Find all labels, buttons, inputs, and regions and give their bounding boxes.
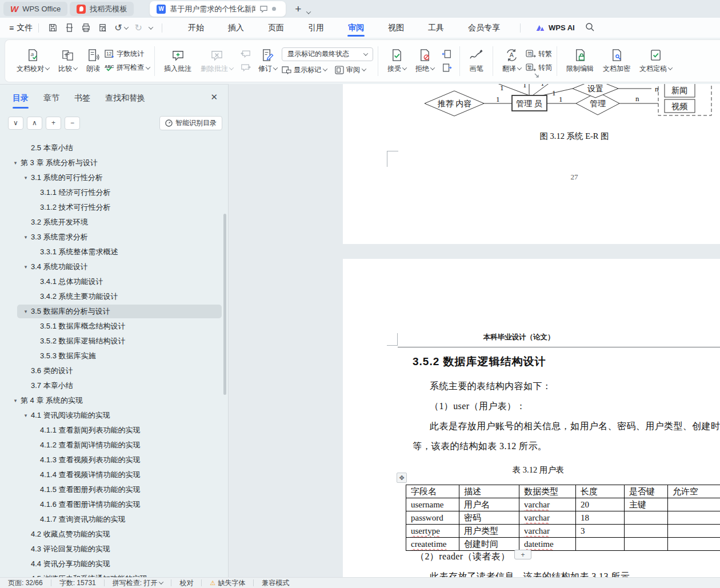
table-cell[interactable]: varchar — [519, 525, 576, 538]
reject-button[interactable]: 拒绝 — [411, 49, 439, 74]
table-move-handle-icon[interactable]: ✥ — [397, 473, 407, 483]
next-change-icon[interactable] — [442, 63, 452, 72]
proofread-button[interactable]: 校对 — [171, 578, 201, 588]
save-button[interactable] — [48, 23, 58, 33]
toc-item[interactable]: 3.5.3 数据库实施 — [0, 349, 228, 363]
table-cell[interactable]: 主键 — [625, 498, 668, 511]
toc-item[interactable]: ▾3.5 数据库的分析与设计 — [0, 304, 228, 319]
menu-tab-引用[interactable]: 引用 — [307, 18, 325, 38]
toc-item[interactable]: ▾4.1 资讯阅读功能的实现 — [0, 408, 228, 423]
table-cell[interactable] — [668, 538, 720, 551]
toc-item[interactable]: 2.5 本章小结 — [0, 141, 228, 155]
collapse-arrow-icon[interactable]: ▾ — [13, 398, 18, 403]
table-cell[interactable] — [625, 525, 668, 538]
menu-tab-视图[interactable]: 视图 — [387, 18, 405, 38]
print-preview-button[interactable] — [98, 23, 107, 33]
compare-button[interactable]: 比较 — [54, 49, 82, 74]
table-cell[interactable] — [668, 511, 720, 525]
toc-item[interactable]: 3.3.1 系统整体需求概述 — [0, 245, 228, 259]
toc-item[interactable]: 4.1.2 查看新闻详情功能的实现 — [0, 438, 228, 453]
table-cell[interactable]: 创建时间 — [459, 538, 519, 551]
next-comment-icon[interactable] — [241, 63, 251, 72]
toc-item[interactable]: ▾3.1 系统的可行性分析 — [0, 170, 228, 185]
toc-item[interactable]: 4.3 评论回复功能的实现 — [0, 542, 228, 557]
menu-tab-工具[interactable]: 工具 — [427, 18, 445, 38]
toc-item[interactable]: ▾第 4 章 系统的实现 — [0, 393, 228, 408]
restrict-editing-button[interactable]: 限制编辑 — [562, 49, 598, 74]
table-cell[interactable]: 3 — [576, 525, 625, 538]
menu-tab-页面[interactable]: 页面 — [267, 18, 285, 38]
file-menu-button[interactable]: ≡ 文件 — [9, 23, 33, 33]
toc-item[interactable]: 3.4.1 总体功能设计 — [0, 274, 228, 289]
table-cell[interactable]: 用户类型 — [459, 525, 519, 538]
tab-docer-templates[interactable]: 找稻壳模板 — [70, 2, 134, 16]
table-cell[interactable]: username — [406, 498, 459, 511]
collapse-arrow-icon[interactable]: ▾ — [23, 413, 29, 418]
toc-item[interactable]: 4.1.7 查询资讯功能的实现 — [0, 512, 228, 527]
table-cell[interactable]: usertype — [406, 525, 459, 538]
collapse-arrow-icon[interactable]: ▾ — [23, 234, 29, 240]
print-button[interactable] — [81, 23, 91, 33]
sidebar-tab-章节[interactable]: 章节 — [43, 85, 59, 112]
collapse-arrow-icon[interactable]: ▾ — [23, 309, 29, 314]
tab-wps-home[interactable]: W WPS Office — [3, 2, 67, 16]
toc-item[interactable]: ▾3.3 系统需求分析 — [0, 230, 228, 245]
collapse-arrow-icon[interactable]: ▾ — [13, 160, 18, 166]
sidebar-tab-查找和替换[interactable]: 查找和替换 — [105, 85, 145, 112]
expand-all-button[interactable]: ∧ — [27, 117, 42, 130]
close-sidebar-button[interactable]: ✕ — [210, 92, 218, 102]
toc-item[interactable]: 4.1.6 查看图册详情功能的实现 — [0, 497, 228, 512]
collapse-arrow-icon[interactable]: ▾ — [23, 264, 29, 270]
quick-access-chevron[interactable] — [149, 26, 153, 30]
expand-group-icon[interactable] — [534, 73, 539, 78]
smart-recognize-toc-button[interactable]: 智能识别目录 — [159, 116, 222, 130]
sidebar-tab-目录[interactable]: 目录 — [13, 85, 29, 112]
toc-item[interactable]: ▾第 3 章 系统分析与设计 — [0, 155, 228, 170]
toc-item[interactable]: 4.5 浏览历史和系统通知功能的实现 — [0, 571, 228, 577]
zoom-in-outline-button[interactable]: + — [46, 117, 61, 130]
table-cell[interactable] — [625, 511, 668, 525]
undo-chevron-icon[interactable] — [123, 25, 128, 29]
toc-item[interactable]: 3.1.1 经济可行性分析 — [0, 185, 228, 200]
toc-item[interactable]: 3.1.2 技术可行性分析 — [0, 200, 228, 215]
insert-comment-button[interactable]: 插入批注 — [159, 49, 196, 74]
table-cell[interactable] — [576, 538, 625, 551]
collapse-all-button[interactable]: ∨ — [8, 117, 23, 130]
word-count-button[interactable]: 12 字数统计 — [105, 49, 150, 59]
export-pdf-button[interactable] — [65, 23, 74, 33]
user-table[interactable]: 字段名描述数据类型长度是否键允许空username用户名varchar20主键p… — [406, 485, 720, 551]
table-cell[interactable]: varchar — [519, 511, 576, 525]
undo-button[interactable]: ↺ — [114, 22, 127, 33]
tab-current-document[interactable]: W 基于用户需求的个性化新闻推荐 — [150, 1, 286, 17]
table-cell[interactable]: datetime — [519, 538, 576, 551]
menu-tab-插入[interactable]: 插入 — [227, 18, 245, 38]
menu-tab-会员专享[interactable]: 会员专享 — [467, 18, 501, 38]
search-button[interactable] — [585, 22, 594, 33]
menu-tab-开始[interactable]: 开始 — [187, 18, 205, 38]
tab-list-chevron-icon[interactable] — [306, 9, 311, 14]
toc-item[interactable]: 3.2 系统开发环境 — [0, 215, 228, 230]
comment-bubble-icon[interactable] — [259, 5, 268, 13]
toc-item[interactable]: 3.6 类的设计 — [0, 363, 228, 378]
toc-item[interactable]: 3.4.2 系统主要功能设计 — [0, 289, 228, 304]
new-tab-button[interactable]: + — [295, 3, 301, 15]
table-cell[interactable]: 密码 — [459, 511, 519, 525]
zoom-out-outline-button[interactable]: − — [65, 117, 80, 130]
markup-state-dropdown[interactable]: 显示标记的最终状态 — [282, 47, 373, 61]
table-header-cell[interactable]: 是否键 — [625, 485, 668, 498]
table-cell[interactable]: password — [406, 511, 459, 525]
toc-item[interactable]: 4.1.1 查看新闻列表功能的实现 — [0, 423, 228, 438]
previous-comment-icon[interactable] — [241, 50, 251, 58]
table-cell[interactable] — [625, 538, 668, 551]
sidebar-tab-书签[interactable]: 书签 — [74, 85, 90, 112]
sidebar-scrollbar[interactable] — [223, 214, 226, 395]
toc-item[interactable]: 4.1.5 查看图册列表功能的实现 — [0, 482, 228, 497]
table-cell[interactable]: createtime — [406, 538, 459, 551]
table-cell[interactable]: 18 — [576, 511, 625, 525]
delete-comment-button[interactable]: 删除批注 — [196, 49, 238, 74]
table-cell[interactable]: varchar — [519, 498, 576, 511]
compatibility-mode-indicator[interactable]: 兼容模式 — [254, 578, 297, 588]
spell-check-button[interactable]: ABC 拼写检查 — [105, 63, 150, 73]
show-markup-button[interactable]: 显示标记 — [282, 65, 327, 75]
toc-item[interactable]: ▾3.4 系统功能设计 — [0, 259, 228, 274]
